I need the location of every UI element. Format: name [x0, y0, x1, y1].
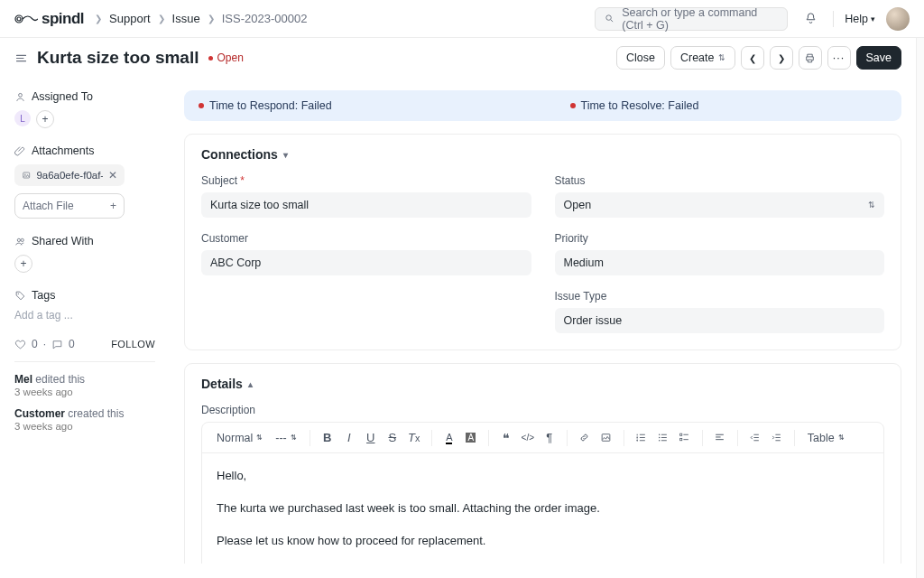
connections-toggle[interactable]: Connections ▾: [185, 135, 901, 174]
search-icon: [605, 13, 614, 24]
assigned-to-heading: Assigned To: [14, 90, 155, 103]
chevron-up-icon: ▴: [248, 379, 253, 389]
rte-toolbar: Normal⇅ ---⇅ B I U S Tx A A: [202, 423, 883, 453]
plus-icon: +: [110, 200, 116, 212]
chevron-down-icon: ▾: [871, 14, 875, 23]
chevron-right-icon: ❯: [778, 53, 785, 63]
strike-button[interactable]: S: [383, 428, 402, 448]
highlight-button[interactable]: A: [461, 428, 481, 448]
issue-type-select[interactable]: Order issue: [555, 308, 885, 333]
activity-feed: Mel edited this 3 weeks ago Customer cre…: [14, 373, 155, 433]
remove-attachment-icon[interactable]: ✕: [108, 169, 117, 182]
next-button[interactable]: ❯: [770, 46, 793, 70]
select-icon: ⇅: [291, 434, 297, 442]
customer-input[interactable]: ABC Corp: [201, 250, 531, 275]
indent-button[interactable]: [767, 428, 787, 448]
svg-point-2: [606, 15, 611, 20]
svg-point-9: [18, 293, 19, 294]
sla-respond: Time to Respond: Failed: [199, 99, 516, 112]
sidebar-toggle[interactable]: [14, 51, 28, 65]
underline-button[interactable]: U: [361, 428, 381, 448]
chevron-right-icon: ❯: [95, 14, 102, 23]
add-shared-button[interactable]: +: [14, 255, 32, 273]
ul-icon: [657, 432, 669, 443]
svg-rect-14: [680, 434, 682, 435]
follow-button[interactable]: FOLLOW: [111, 339, 155, 350]
customer-label: Customer: [201, 232, 531, 245]
svg-point-1: [17, 17, 21, 21]
indent-icon: [771, 432, 782, 443]
shared-with-heading: Shared With: [14, 235, 155, 247]
crumb-issue[interactable]: Issue: [172, 12, 200, 25]
add-assignee-button[interactable]: +: [36, 110, 54, 128]
activity-item: Mel edited this 3 weeks ago: [14, 373, 155, 398]
italic-button[interactable]: I: [339, 428, 359, 448]
connections-card: Connections ▾ Subject Kurta size too sma…: [184, 134, 901, 350]
link-button[interactable]: [575, 428, 595, 448]
status-select[interactable]: Open⇅: [555, 192, 885, 218]
priority-select[interactable]: Medium: [555, 250, 885, 275]
rich-text-editor: Normal⇅ ---⇅ B I U S Tx A A: [201, 422, 884, 564]
text-color-button[interactable]: A: [439, 428, 459, 448]
close-button[interactable]: Close: [616, 46, 665, 70]
rte-content[interactable]: Hello, The kurta we purchased last week …: [202, 453, 883, 564]
status-dot-icon: [208, 56, 213, 61]
sla-bar: Time to Respond: Failed Time to Resolve:…: [184, 90, 901, 121]
checklist-button[interactable]: [675, 428, 695, 448]
bell-icon: [804, 12, 818, 25]
status-label: Status: [555, 174, 885, 187]
svg-rect-15: [680, 439, 682, 441]
block-style-select[interactable]: Normal⇅: [211, 427, 268, 449]
crumb-current: ISS-2023-00002: [222, 12, 308, 25]
help-menu[interactable]: Help ▾: [845, 13, 875, 25]
outdent-button[interactable]: [745, 428, 765, 448]
description-label: Description: [201, 404, 884, 416]
search-placeholder: Search or type a command (Ctrl + G): [622, 6, 778, 32]
heart-icon[interactable]: [14, 339, 26, 350]
user-icon: [14, 91, 26, 103]
comment-icon[interactable]: [51, 339, 63, 350]
scrollbar[interactable]: [916, 38, 924, 578]
status-dot-icon: [199, 103, 204, 108]
save-button[interactable]: Save: [856, 46, 902, 70]
print-button[interactable]: [799, 46, 822, 70]
code-button[interactable]: </>: [518, 428, 538, 448]
font-select[interactable]: ---⇅: [270, 427, 302, 449]
quote-button[interactable]: ❝: [496, 428, 516, 448]
user-avatar[interactable]: [886, 7, 910, 31]
details-toggle[interactable]: Details ▴: [185, 364, 901, 404]
align-icon: [714, 432, 725, 443]
attach-file-input[interactable]: Attach File +: [14, 193, 125, 219]
brand-logo[interactable]: spindl: [14, 10, 84, 28]
align-button[interactable]: [710, 428, 730, 448]
form-area: Time to Respond: Failed Time to Resolve:…: [184, 78, 901, 564]
svg-point-7: [17, 238, 20, 241]
assignee-avatar[interactable]: L: [14, 110, 31, 126]
more-button[interactable]: ···: [827, 46, 851, 70]
create-button[interactable]: Create⇅: [670, 46, 735, 70]
direction-button[interactable]: ¶: [540, 428, 559, 448]
bold-button[interactable]: B: [318, 428, 337, 448]
attachments-heading: Attachments: [14, 144, 155, 157]
global-search[interactable]: Search or type a command (Ctrl + G): [595, 7, 788, 31]
navbar: spindl ❯ Support ❯ Issue ❯ ISS-2023-0000…: [0, 0, 924, 38]
crumb-support[interactable]: Support: [109, 12, 151, 25]
clear-format-button[interactable]: Tx: [404, 428, 424, 448]
sla-resolve: Time to Resolve: Failed: [570, 99, 888, 112]
ol-icon: [635, 432, 647, 443]
chevron-right-icon: ❯: [158, 14, 165, 23]
ul-button[interactable]: [653, 428, 673, 448]
table-button[interactable]: Table⇅: [802, 427, 850, 449]
brand-name: spindl: [42, 10, 84, 28]
subject-input[interactable]: Kurta size too small: [201, 192, 531, 218]
add-tag-input[interactable]: Add a tag ...: [14, 309, 155, 322]
svg-point-8: [21, 238, 23, 241]
chevron-left-icon: ❮: [749, 53, 756, 63]
issue-type-label: Issue Type: [555, 290, 885, 303]
ol-button[interactable]: [632, 428, 651, 448]
attachment-chip[interactable]: 9a6a0efe-f0af-4( ✕: [14, 164, 125, 186]
prev-button[interactable]: ❮: [741, 46, 764, 70]
image-button[interactable]: [596, 428, 616, 448]
chevron-right-icon: ❯: [208, 14, 215, 23]
notifications-button[interactable]: [799, 7, 822, 31]
